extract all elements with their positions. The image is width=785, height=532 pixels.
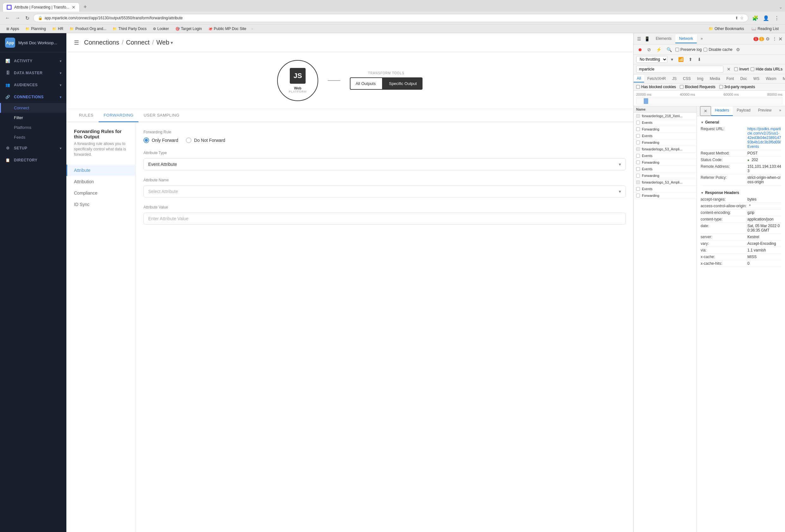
- detail-close-button[interactable]: ✕: [700, 106, 711, 116]
- blocked-requests-checkbox[interactable]: Blocked Requests: [680, 85, 715, 89]
- close-devtools-button[interactable]: ✕: [778, 36, 783, 42]
- bookmark-public-mp[interactable]: 🐙 Public MP Doc Site: [206, 26, 249, 32]
- filter-manifest[interactable]: Manifest: [780, 75, 785, 82]
- network-item-13[interactable]: Forwarding: [634, 192, 697, 199]
- filter-doc[interactable]: Doc: [737, 75, 750, 82]
- filter-ws[interactable]: WS: [750, 75, 763, 82]
- tab-user-sampling[interactable]: USER SAMPLING: [138, 109, 184, 122]
- bookmark-looker[interactable]: ⚙ Looker: [150, 26, 172, 32]
- network-item-6[interactable]: forwarderlogo_53_Ampli...: [634, 146, 697, 153]
- detail-tab-headers[interactable]: Headers: [711, 106, 733, 116]
- stop-button[interactable]: ⊘: [645, 46, 653, 53]
- rules-nav-attribution[interactable]: Attribution: [66, 176, 135, 187]
- other-bookmarks[interactable]: 📁 Other Bookmarks: [706, 26, 746, 32]
- network-item-10[interactable]: Forwarding: [634, 172, 697, 179]
- bookmark-icon[interactable]: ☆: [740, 16, 743, 20]
- tab-forwarding[interactable]: FORWARDING: [99, 109, 139, 122]
- attribute-value-input[interactable]: Enter Attribute Value: [144, 213, 626, 224]
- attribute-name-select[interactable]: Select Attribute ▾: [144, 185, 626, 197]
- menu-button[interactable]: ⋮: [773, 14, 781, 22]
- network-item-8[interactable]: Forwarding: [634, 159, 697, 166]
- network-item-7[interactable]: Events: [634, 153, 697, 159]
- sidebar-item-setup[interactable]: ⚙ SETUP ▾: [0, 142, 66, 154]
- disable-cache-checkbox[interactable]: Disable cache: [704, 47, 732, 52]
- tab-close-button[interactable]: ✕: [72, 5, 76, 9]
- filter-wasm[interactable]: Wasm: [763, 75, 780, 82]
- network-item-4[interactable]: Events: [634, 133, 697, 139]
- throttle-select[interactable]: No throttling: [636, 56, 667, 63]
- sidebar-item-audiences[interactable]: 👥 AUDIENCES ▾: [0, 79, 66, 91]
- wifi-icon-button[interactable]: 📶: [677, 56, 685, 63]
- tab-rules[interactable]: RULES: [74, 109, 99, 122]
- breadcrumb-web[interactable]: Web ▾: [156, 39, 173, 46]
- bookmark-target-login[interactable]: 🎯 Target Login: [173, 26, 204, 32]
- forward-button[interactable]: →: [14, 14, 22, 22]
- devtools-tab-network[interactable]: Network: [675, 34, 697, 43]
- refresh-button[interactable]: ↻: [24, 14, 31, 22]
- response-headers-title[interactable]: Response Headers: [701, 189, 781, 196]
- share-icon[interactable]: ⬆: [735, 16, 738, 20]
- preserve-log-checkbox[interactable]: Preserve log: [675, 47, 702, 52]
- third-party-requests-checkbox[interactable]: 3rd-party requests: [719, 85, 755, 89]
- attribute-type-select[interactable]: Event Attribute ▾: [144, 158, 626, 170]
- network-item-5[interactable]: Forwarding: [634, 139, 697, 146]
- has-blocked-cookies-checkbox[interactable]: Has blocked cookies: [636, 85, 676, 89]
- rules-nav-id-sync[interactable]: ID Sync: [66, 199, 135, 210]
- more-options-button[interactable]: ⋮: [771, 35, 778, 42]
- bookmark-planning[interactable]: 📁 Planning: [23, 26, 48, 32]
- detail-tab-payload[interactable]: Payload: [733, 106, 754, 116]
- rules-nav-compliance[interactable]: Compliance: [66, 187, 135, 199]
- settings-button[interactable]: ⚙: [765, 35, 771, 42]
- record-button[interactable]: ⏺: [636, 46, 644, 53]
- network-item-11[interactable]: forwarderlogo_53_Ampli...: [634, 179, 697, 186]
- address-bar[interactable]: 🔒 app.mparticle.com/connect/app/16130/ou…: [33, 14, 748, 22]
- throttle-options-button[interactable]: ▾: [669, 56, 675, 63]
- network-item-3[interactable]: Forwarding: [634, 126, 697, 133]
- sidebar-item-data-master[interactable]: 🗄 DATA MASTER ▾: [0, 67, 66, 79]
- devtools-tab-more[interactable]: »: [697, 34, 707, 43]
- filter-js[interactable]: JS: [669, 75, 680, 82]
- radio-do-not-forward[interactable]: Do Not Forward: [186, 137, 225, 143]
- search-button[interactable]: 🔍: [665, 46, 674, 53]
- bookmark-third-party[interactable]: 📁 Third Party Docs: [110, 26, 149, 32]
- filter-img[interactable]: Img: [694, 75, 707, 82]
- filter-all[interactable]: All: [634, 75, 644, 82]
- filter-toggle-button[interactable]: ⚡: [655, 46, 663, 53]
- detail-tab-preview[interactable]: Preview: [754, 106, 776, 116]
- hide-data-urls-checkbox[interactable]: Hide data URLs: [751, 67, 783, 72]
- clear-search-button[interactable]: ✕: [725, 66, 732, 73]
- reading-list[interactable]: 📖 Reading List: [749, 26, 781, 32]
- sidebar-subitem-filter[interactable]: Filter: [0, 113, 66, 123]
- hamburger-button[interactable]: ☰: [74, 39, 79, 46]
- new-tab-button[interactable]: +: [81, 2, 90, 12]
- invert-checkbox[interactable]: Invert: [734, 67, 749, 72]
- breadcrumb-connect[interactable]: Connect: [126, 39, 150, 46]
- filter-fetch-xhr[interactable]: Fetch/XHR: [644, 75, 669, 82]
- import-button[interactable]: ⬆: [687, 56, 694, 63]
- network-search-input[interactable]: [636, 66, 724, 73]
- bookmark-apps[interactable]: ⊞ Apps: [4, 26, 22, 32]
- device-toggle-button[interactable]: 📱: [643, 35, 651, 42]
- active-tab[interactable]: Attribute | Forwarding | Transfo... ✕: [2, 2, 80, 12]
- sidebar-item-activity[interactable]: 📊 ACTIVITY ▾: [0, 55, 66, 67]
- specific-output-button[interactable]: Specific Output: [382, 77, 423, 90]
- detail-tab-more[interactable]: »: [775, 106, 785, 116]
- radio-only-forward[interactable]: Only Forward: [144, 137, 178, 143]
- network-item-12[interactable]: Events: [634, 186, 697, 192]
- back-button[interactable]: ←: [4, 14, 11, 22]
- profile-button[interactable]: 👤: [762, 14, 770, 22]
- export-button[interactable]: ⬇: [696, 56, 703, 63]
- sidebar-item-directory[interactable]: 📋 DIRECTORY: [0, 154, 66, 166]
- network-item-1[interactable]: forwarderlogo_218_Xeni...: [634, 113, 697, 119]
- extensions-button[interactable]: 🧩: [751, 14, 760, 22]
- general-section-title[interactable]: General: [701, 119, 781, 126]
- all-outputs-button[interactable]: All Outputs: [350, 77, 382, 90]
- breadcrumb-connections[interactable]: Connections: [84, 39, 119, 46]
- settings-icon-button[interactable]: ⚙: [734, 46, 742, 53]
- bookmark-product-org[interactable]: 📁 Product Org and...: [67, 26, 109, 32]
- inspect-button[interactable]: ☰: [636, 35, 642, 42]
- filter-media[interactable]: Media: [707, 75, 724, 82]
- bookmark-hr[interactable]: 📁 HR: [50, 26, 66, 32]
- sidebar-subitem-connect[interactable]: Connect: [0, 103, 66, 113]
- rules-nav-attribute[interactable]: Attribute: [66, 165, 135, 176]
